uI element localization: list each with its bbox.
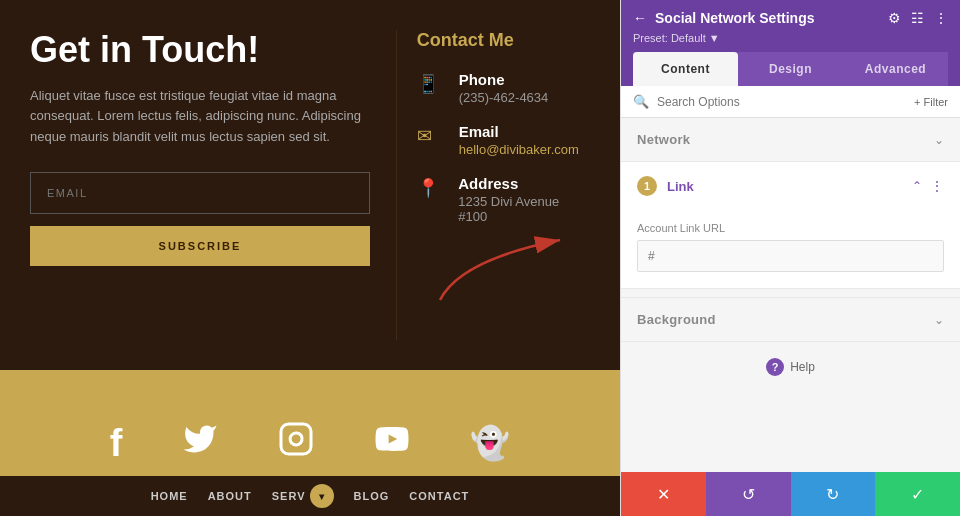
email-icon: ✉ xyxy=(417,125,447,147)
tab-content[interactable]: Content xyxy=(633,52,738,86)
facebook-icon[interactable]: f xyxy=(110,422,123,465)
link-header-left: 1 Link xyxy=(637,176,694,196)
left-content: Get in Touch! Aliquet vitae fusce est tr… xyxy=(30,30,396,340)
nav-about[interactable]: ABOUT xyxy=(208,490,252,502)
panel-title-icons: ⚙ ☷ ⋮ xyxy=(888,10,948,26)
link-more-icon[interactable]: ⋮ xyxy=(930,178,944,194)
page-heading: Get in Touch! xyxy=(30,30,376,70)
email-field[interactable] xyxy=(30,172,370,214)
phone-icon: 📱 xyxy=(417,73,447,95)
panel-title-row: ← Social Network Settings ⚙ ☷ ⋮ xyxy=(633,10,948,26)
svg-rect-0 xyxy=(281,424,311,454)
youtube-icon[interactable] xyxy=(374,421,410,466)
search-row: 🔍 + Filter xyxy=(621,86,960,118)
address-icon: 📍 xyxy=(417,177,447,199)
contact-email: ✉ Email hello@divibaker.com xyxy=(417,123,590,157)
more-options-icon[interactable]: ⋮ xyxy=(934,10,948,26)
link-title: Link xyxy=(667,179,694,194)
search-input[interactable] xyxy=(657,95,906,109)
nav-home[interactable]: HOME xyxy=(151,490,188,502)
contact-title: Contact Me xyxy=(417,30,590,51)
network-chevron: ⌄ xyxy=(934,133,944,147)
account-link-input[interactable] xyxy=(637,240,944,272)
right-content: Contact Me 📱 Phone (235)-462-4634 ✉ Emai… xyxy=(396,30,590,340)
back-icon[interactable]: ← xyxy=(633,10,647,26)
nav-contact[interactable]: CONTACT xyxy=(409,490,469,502)
save-button[interactable]: ✓ xyxy=(875,472,960,516)
subscribe-button[interactable]: SUBSCRIBE xyxy=(30,226,370,266)
filter-button[interactable]: + Filter xyxy=(914,96,948,108)
network-title: Network xyxy=(637,132,690,147)
background-section-header[interactable]: Background ⌄ xyxy=(621,298,960,342)
address-value: 1235 Divi Avenue #100 xyxy=(458,194,590,224)
link-section: 1 Link ⌃ ⋮ Account Link URL xyxy=(621,162,960,289)
instagram-icon[interactable] xyxy=(278,421,314,466)
panel-header: ← Social Network Settings ⚙ ☷ ⋮ Preset: … xyxy=(621,0,960,86)
help-label: Help xyxy=(790,360,815,374)
panel-content: Network ⌄ 1 Link ⌃ ⋮ Account Link URL xyxy=(621,118,960,472)
background-section: Background ⌄ xyxy=(621,297,960,342)
description: Aliquet vitae fusce est tristique feugia… xyxy=(30,86,376,148)
panel-title: Social Network Settings xyxy=(655,10,814,26)
settings-panel: ← Social Network Settings ⚙ ☷ ⋮ Preset: … xyxy=(620,0,960,516)
phone-value: (235)-462-4634 xyxy=(459,90,549,105)
help-button[interactable]: ? Help xyxy=(766,358,815,376)
phone-label: Phone xyxy=(459,71,549,88)
services-dropdown[interactable]: ▾ xyxy=(310,484,334,508)
top-section: Get in Touch! Aliquet vitae fusce est tr… xyxy=(0,0,620,370)
nav-blog[interactable]: BLOG xyxy=(354,490,390,502)
twitter-icon[interactable] xyxy=(182,421,218,466)
background-title: Background xyxy=(637,312,716,327)
settings-icon[interactable]: ⚙ xyxy=(888,10,901,26)
search-icon: 🔍 xyxy=(633,94,649,109)
tab-design[interactable]: Design xyxy=(738,52,843,86)
preset-row: Preset: Default ▼ xyxy=(633,32,948,44)
contact-address: 📍 Address 1235 Divi Avenue #100 xyxy=(417,175,590,224)
panel-footer: ✕ ↺ ↻ ✓ xyxy=(621,472,960,516)
tabs-row: Content Design Advanced xyxy=(633,52,948,86)
link-chevron-icon: ⌃ xyxy=(912,179,922,193)
account-link-label: Account Link URL xyxy=(637,222,944,234)
grid-icon[interactable]: ☷ xyxy=(911,10,924,26)
link-content: Account Link URL xyxy=(621,210,960,288)
email-value: hello@divibaker.com xyxy=(459,142,579,157)
link-badge: 1 xyxy=(637,176,657,196)
preset-chevron: ▼ xyxy=(709,32,720,44)
help-icon: ? xyxy=(766,358,784,376)
contact-phone: 📱 Phone (235)-462-4634 xyxy=(417,71,590,105)
nav-bar: HOME ABOUT SERV ▾ BLOG CONTACT xyxy=(0,476,620,516)
nav-services[interactable]: SERV ▾ xyxy=(272,484,334,508)
link-section-header[interactable]: 1 Link ⌃ ⋮ xyxy=(621,162,960,210)
website-preview: Get in Touch! Aliquet vitae fusce est tr… xyxy=(0,0,620,516)
panel-title-left: ← Social Network Settings xyxy=(633,10,814,26)
redo-button[interactable]: ↻ xyxy=(791,472,876,516)
tab-advanced[interactable]: Advanced xyxy=(843,52,948,86)
cancel-button[interactable]: ✕ xyxy=(621,472,706,516)
background-chevron: ⌄ xyxy=(934,313,944,327)
network-section-header[interactable]: Network ⌄ xyxy=(621,118,960,162)
email-label: Email xyxy=(459,123,579,140)
snapchat-icon[interactable]: 👻 xyxy=(470,424,510,462)
address-label: Address xyxy=(458,175,590,192)
preset-label: Preset: Default xyxy=(633,32,706,44)
link-header-right: ⌃ ⋮ xyxy=(912,178,944,194)
help-row: ? Help xyxy=(621,342,960,392)
undo-button[interactable]: ↺ xyxy=(706,472,791,516)
